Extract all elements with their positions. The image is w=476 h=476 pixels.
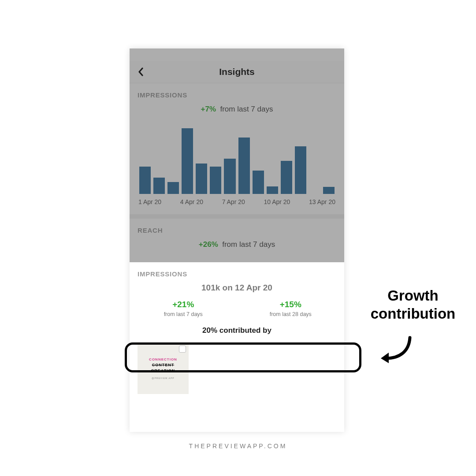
chart-bar <box>182 128 193 194</box>
impressions-change-label: from last 7 days <box>220 105 273 113</box>
footer-credit: THEPREVIEWAPP.COM <box>0 443 476 450</box>
back-button[interactable] <box>138 67 145 76</box>
change-28-days: +15% from last 28 days <box>237 300 345 317</box>
checkbox-icon[interactable] <box>179 346 186 353</box>
chart-bar <box>196 164 207 194</box>
reach-change-pct: +26% <box>199 240 218 249</box>
x-tick-label: 13 Apr 20 <box>309 198 335 205</box>
change-28-label: from last 28 days <box>237 311 345 317</box>
impressions-title: IMPRESSIONS <box>138 91 336 99</box>
post-thumbnail[interactable]: CONNECTION CONTENT CREATION @PREVIEW.APP <box>138 343 189 394</box>
thumb-line-3: CREATION <box>151 368 175 373</box>
thumb-line-1: CONNECTION <box>149 357 177 361</box>
chart-x-labels: 1 Apr 204 Apr 207 Apr 2010 Apr 2013 Apr … <box>138 198 336 208</box>
chart-bar <box>153 178 165 194</box>
impressions-split: +21% from last 7 days +15% from last 28 … <box>130 300 344 317</box>
status-bar: Telstra 5:27 pm 97% <box>130 48 344 61</box>
thumb-line-2: CONTENT <box>152 363 175 367</box>
chart-bar <box>224 159 235 194</box>
clock-label: 5:27 pm <box>230 52 249 58</box>
thumb-caption: @PREVIEW.APP <box>152 377 174 379</box>
x-tick-label: 10 Apr 20 <box>264 198 290 205</box>
reach-change-label: from last 7 days <box>222 240 275 249</box>
impressions-change-pct: +7% <box>201 105 216 113</box>
change-7-days: +21% from last 7 days <box>130 300 237 317</box>
impressions-bar-chart <box>138 123 336 194</box>
reach-section: REACH +26% from last 7 days <box>130 214 344 262</box>
x-tick-label: 1 Apr 20 <box>138 198 161 205</box>
chart-bar <box>139 167 151 194</box>
app-header: Insights <box>130 61 344 83</box>
x-tick-label: 7 Apr 20 <box>222 198 245 205</box>
impressions-detail-section: IMPRESSIONS 101k on 12 Apr 20 +21% from … <box>130 262 344 394</box>
carrier-label: Telstra <box>136 52 151 58</box>
impressions-change: +7% from last 7 days <box>138 105 336 114</box>
phone-frame: Telstra 5:27 pm 97% Insights IMPRESSIONS… <box>130 48 344 432</box>
x-tick-label: 4 Apr 20 <box>180 198 203 205</box>
annotation-label: Growth contribution <box>367 286 459 323</box>
reach-title: REACH <box>138 227 336 234</box>
chart-bar <box>295 146 306 194</box>
reach-change: +26% from last 7 days <box>138 240 336 249</box>
impressions-headline: 101k on 12 Apr 20 <box>130 283 344 293</box>
chart-bar <box>281 161 292 194</box>
battery-label: 97% <box>327 52 338 58</box>
chart-bar <box>323 187 335 194</box>
impressions-section: IMPRESSIONS +7% from last 7 days 1 Apr 2… <box>130 83 344 214</box>
chart-bar <box>238 138 250 194</box>
chart-bar <box>267 186 278 194</box>
change-7-label: from last 7 days <box>130 311 237 317</box>
page-title: Insights <box>219 67 255 77</box>
impressions-detail-title: IMPRESSIONS <box>130 262 344 278</box>
chart-bar <box>210 167 221 194</box>
contribution-text: 20% contributed by <box>130 317 344 343</box>
chart-bar <box>167 182 179 194</box>
change-7-pct: +21% <box>130 300 237 309</box>
annotation-arrow-icon <box>378 334 413 365</box>
chevron-left-icon <box>138 67 145 76</box>
chart-bar <box>253 171 264 194</box>
change-28-pct: +15% <box>237 300 345 309</box>
